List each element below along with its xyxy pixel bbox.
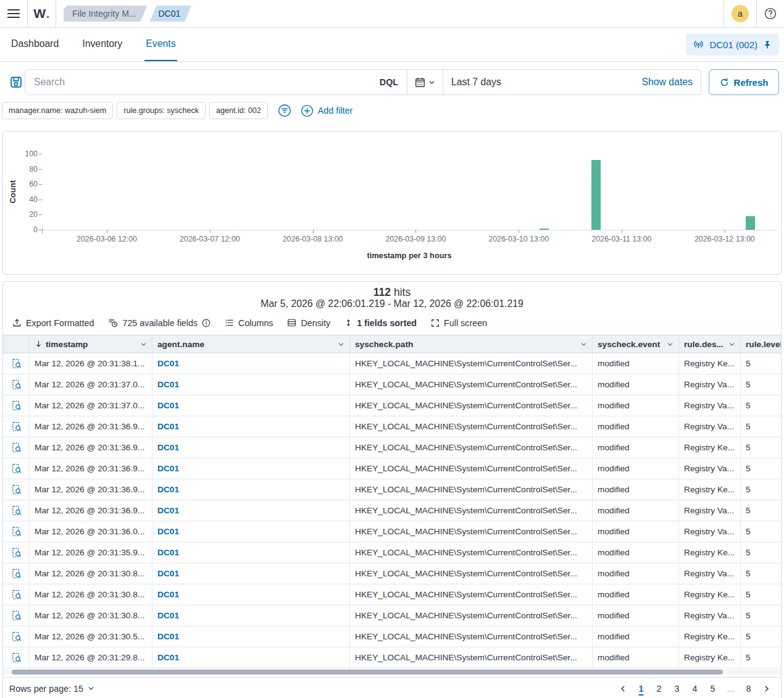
page-4-button[interactable]: 4 [687,681,703,696]
page-3-button[interactable]: 3 [669,681,685,696]
cell-syscheck-event: modified [593,437,679,458]
tab-events[interactable]: Events [144,28,177,61]
page-2-button[interactable]: 2 [651,681,667,696]
filter-pill-rule-groups[interactable]: rule.groups: syscheck [117,102,206,119]
chart-bar[interactable] [746,216,755,230]
density-button[interactable]: Density [287,318,330,328]
agent-link[interactable]: DC01 [157,590,179,599]
agent-link[interactable]: DC01 [157,632,179,641]
date-quick-select-button[interactable] [407,70,443,95]
save-query-button[interactable] [7,69,25,95]
x-axis-tick-label: 2026-03-08 13:00 [276,235,350,243]
header-timestamp[interactable]: timestamp [30,335,152,353]
agent-link[interactable]: DC01 [157,443,179,452]
inspect-document-icon [11,652,22,663]
cell-agent-name: DC01 [152,647,350,668]
help-button[interactable] [764,7,777,20]
pin-icon [763,40,772,49]
agent-link[interactable]: DC01 [157,401,179,410]
table-row: Mar 12, 2026 @ 20:31:37.0... DC01 HKEY_L… [3,395,781,416]
pin-agent-button[interactable] [763,40,772,49]
next-page-button[interactable] [759,681,775,696]
agent-link[interactable]: DC01 [157,485,179,494]
query-language-button[interactable]: DQL [380,77,398,87]
tab-dashboard[interactable]: Dashboard [10,28,60,61]
agent-link[interactable]: DC01 [157,464,179,473]
agent-link[interactable]: DC01 [157,506,179,515]
header-rule-description[interactable]: rule.des... [679,335,741,353]
inspect-document-button[interactable] [11,358,22,369]
chart-bar[interactable] [591,160,601,230]
header-agent-name[interactable]: agent.name [152,335,350,353]
inspect-document-button[interactable] [11,652,22,663]
breadcrumb-app[interactable]: File Integrity M... [64,6,147,22]
avatar[interactable]: a [732,5,749,22]
chevron-down-icon [88,685,94,692]
breadcrumb-agent[interactable]: DC01 [149,6,191,22]
fullscreen-button[interactable]: Full screen [431,318,487,328]
filter-actions-button[interactable] [278,104,291,117]
scrollbar-thumb[interactable] [12,670,723,675]
inspect-document-button[interactable] [11,631,22,642]
page-5-button[interactable]: 5 [705,681,720,696]
header-syscheck-path[interactable]: syscheck.path [350,335,593,353]
show-dates-button[interactable]: Show dates [641,77,693,88]
filter-pill-manager-name[interactable]: manager.name: wazuh-siem [2,102,113,119]
inspect-document-button[interactable] [11,379,22,390]
chart-bar[interactable] [540,229,549,230]
agent-link[interactable]: DC01 [157,359,179,368]
cell-timestamp: Mar 12, 2026 @ 20:31:38.1... [30,353,152,374]
agent-link[interactable]: DC01 [157,569,179,578]
inspect-document-button[interactable] [11,463,22,474]
filter-bar: manager.name: wazuh-siem rule.groups: sy… [0,95,784,119]
chevron-right-icon [763,685,770,692]
cell-syscheck-event: modified [593,500,679,521]
chevron-down-icon [728,341,735,348]
menu-button[interactable] [0,0,27,28]
cell-rule-description: Registry Ke... [679,437,741,458]
filter-pill-agent-id[interactable]: agent.id: 002 [209,102,268,119]
refresh-button[interactable]: Refresh [709,69,779,95]
add-filter-button[interactable]: Add filter [301,104,352,117]
agent-badge[interactable]: DC01 (002) [686,33,779,56]
inspect-document-button[interactable] [11,442,22,453]
events-histogram-panel: 0204060801002026-03-06 12:002026-03-07 1… [2,131,782,275]
cell-agent-name: DC01 [152,437,350,458]
x-axis-tick [107,230,107,233]
agent-link[interactable]: DC01 [157,653,179,662]
export-formatted-button[interactable]: Export Formatted [12,318,94,328]
inspect-document-button[interactable] [11,589,22,600]
rows-per-page-select[interactable]: Rows per page: 15 [9,684,94,694]
header-syscheck-event[interactable]: syscheck.event [593,335,679,353]
agent-link[interactable]: DC01 [157,422,179,431]
agent-link[interactable]: DC01 [157,527,179,536]
page-1-button[interactable]: 1 [633,681,649,696]
inspect-document-button[interactable] [11,568,22,579]
inspect-document-button[interactable] [11,400,22,411]
antenna-icon [693,40,704,50]
inspect-document-button[interactable] [11,610,22,621]
available-fields-button[interactable]: 725 available fields [108,318,211,328]
horizontal-scrollbar[interactable] [3,670,781,675]
fields-sorted-button[interactable]: 1 fields sorted [344,318,417,328]
agent-link[interactable]: DC01 [157,548,179,557]
search-input[interactable]: Search DQL [25,69,407,95]
time-range-button[interactable]: Last 7 days [451,77,501,88]
table-row: Mar 12, 2026 @ 20:31:35.9... DC01 HKEY_L… [3,542,781,563]
inspect-document-button[interactable] [11,484,22,495]
previous-page-button[interactable] [615,681,631,696]
inspect-document-button[interactable] [11,421,22,432]
tab-inventory[interactable]: Inventory [81,28,123,61]
inspect-document-button[interactable] [11,505,22,516]
inspect-document-button[interactable] [11,547,22,558]
page-8-button[interactable]: 8 [741,681,756,696]
agent-link[interactable]: DC01 [157,611,179,620]
cell-syscheck-path: HKEY_LOCAL_MACHINE\System\CurrentControl… [350,479,593,500]
cell-syscheck-path: HKEY_LOCAL_MACHINE\System\CurrentControl… [350,626,593,647]
agent-link[interactable]: DC01 [157,380,179,389]
header-rule-level[interactable]: rule.level [741,335,781,353]
cell-syscheck-event: modified [593,374,679,395]
columns-button[interactable]: Columns [225,318,273,328]
inspect-document-button[interactable] [11,526,22,537]
x-axis-tick [415,230,416,233]
